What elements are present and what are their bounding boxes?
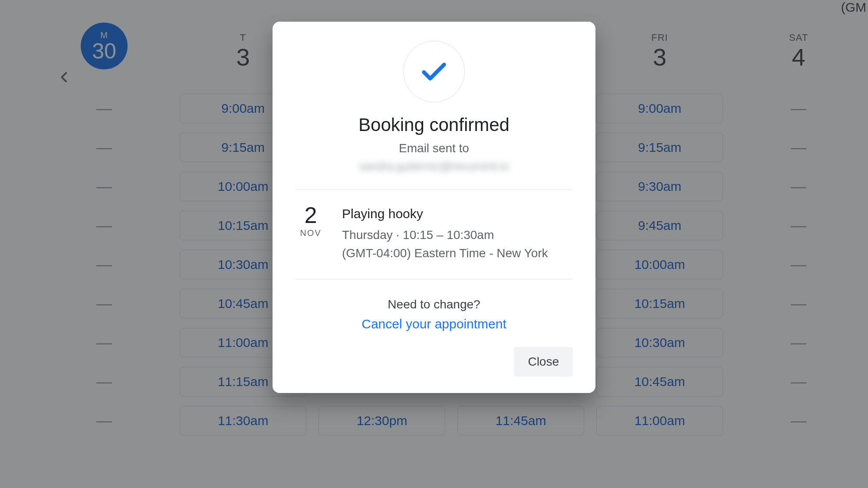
event-title: Playing hooky: [342, 204, 573, 223]
booking-confirmed-dialog: Booking confirmed Email sent to sandra.g…: [273, 22, 595, 393]
close-button[interactable]: Close: [514, 347, 573, 377]
email-sent-label: Email sent to: [295, 141, 573, 155]
change-question: Need to change?: [295, 298, 573, 311]
event-month: NOV: [295, 228, 326, 238]
dialog-title: Booking confirmed: [295, 115, 573, 135]
cancel-appointment-link[interactable]: Cancel your appointment: [362, 317, 506, 331]
change-block: Need to change? Cancel your appointment: [295, 298, 573, 331]
event-date-badge: 2 NOV: [295, 204, 326, 238]
divider: [295, 279, 573, 279]
email-value: sandra.gutierrez@recurrent.io: [295, 160, 573, 173]
divider: [295, 190, 573, 190]
check-icon: [419, 56, 449, 87]
event-time: Thursday · 10:15 – 10:30am: [342, 226, 573, 244]
event-summary: 2 NOV Playing hooky Thursday · 10:15 – 1…: [295, 204, 573, 262]
event-details: Playing hooky Thursday · 10:15 – 10:30am…: [342, 204, 573, 262]
success-badge: [403, 41, 465, 102]
event-day-number: 2: [295, 204, 326, 226]
event-timezone: (GMT-04:00) Eastern Time - New York: [342, 244, 573, 262]
dialog-actions: Close: [295, 347, 573, 377]
